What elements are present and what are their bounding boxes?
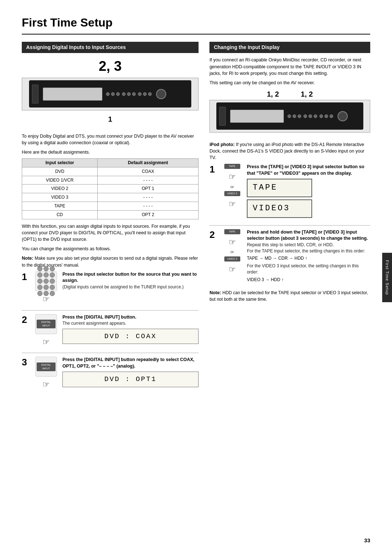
right-flow1: TAPE → MD → CDR → HDD ↑ bbox=[247, 255, 370, 262]
right-step2-icon: TAPE ☞ or VIDEO 3 ☞ bbox=[220, 229, 244, 275]
right-step-2: 2 TAPE ☞ or VIDEO 3 ☞ Press and hold dow… bbox=[209, 229, 370, 284]
left-step2-icon: DIGITAL INPUT ☞ bbox=[33, 314, 59, 348]
hand-icon-2: ☞ bbox=[42, 337, 50, 348]
right-diagram: 1, 2 1, 2 bbox=[209, 89, 370, 133]
left-column: Assigning Digital Inputs to Input Source… bbox=[22, 42, 199, 396]
left-step-2: 2 DIGITAL INPUT ☞ Press the [DIGITAL INP… bbox=[22, 314, 199, 348]
display-dvd-coax: DVD : COAX bbox=[62, 329, 199, 344]
right-intro2: This setting can only be changed on the … bbox=[209, 80, 370, 86]
page-title: First Time Setup bbox=[22, 15, 370, 35]
left-step1-num: 1 bbox=[22, 272, 30, 281]
table-row: VIDEO 2OPT 1 bbox=[22, 185, 199, 193]
step-label-1: 1 bbox=[22, 114, 199, 124]
step-label-23: 2, 3 bbox=[22, 57, 199, 76]
left-step1-content: Press the input selector button for the … bbox=[62, 271, 199, 290]
table-row: CDOPT 2 bbox=[22, 210, 199, 219]
table-row: TAPE- - - - bbox=[22, 202, 199, 210]
ipod-note: iPod photo: If you're using an iPod phot… bbox=[209, 141, 370, 161]
display-video3: VIDEO3 bbox=[247, 199, 312, 218]
right-flow2: VIDEO 3 → HDD ↑ bbox=[247, 277, 370, 283]
right-step2-num: 2 bbox=[209, 230, 217, 239]
right-step-labels: 1, 2 1, 2 bbox=[209, 89, 370, 99]
right-step1-content: Press the [TAPE] or [VIDEO 3] input sele… bbox=[247, 164, 370, 220]
right-step1-num: 1 bbox=[209, 165, 217, 174]
left-step2-num: 2 bbox=[22, 315, 30, 324]
display-tape: TAPE bbox=[247, 179, 312, 197]
right-step2-content: Press and hold down the [TAPE] or [VIDEO… bbox=[247, 229, 370, 284]
table-row: DVDCOAX bbox=[22, 167, 199, 176]
right-step2-small2: For the TAPE input selector, the setting… bbox=[247, 248, 370, 254]
left-body2: You can change the assignments as follow… bbox=[22, 246, 199, 252]
left-step3-icon: DIGITAL INPUT ☞ bbox=[33, 357, 59, 390]
left-step3-content: Press the [DIGITAL INPUT] button repeate… bbox=[62, 357, 199, 389]
page-number: 33 bbox=[364, 536, 370, 544]
right-step2-small1: Repeat this step to select MD, CDR, or H… bbox=[247, 242, 370, 248]
right-hand-icon-2b: ☞ bbox=[229, 264, 236, 275]
left-step1-icon: ☞ bbox=[33, 271, 59, 305]
right-step-1: 1 TAPE ☞ or VIDEO 3 ☞ Press the [TAPE] o… bbox=[209, 164, 370, 220]
left-intro2: Here are the default assignments. bbox=[22, 149, 199, 155]
right-hand-icon-1: ☞ bbox=[229, 171, 236, 183]
right-hand-icon-1b: ☞ bbox=[229, 199, 236, 210]
left-step2-content: Press the [DIGITAL INPUT] button. The cu… bbox=[62, 314, 199, 347]
left-step-1: 1 ☞ Press the input selec bbox=[22, 271, 199, 305]
display-dvd-opt1: DVD : OPT1 bbox=[62, 372, 199, 387]
assignments-table: Input selector Default assignment DVDCOA… bbox=[22, 158, 199, 219]
right-section-header: Changing the Input Display bbox=[209, 42, 370, 53]
table-row: VIDEO 1/VCR- - - - bbox=[22, 176, 199, 185]
table-row: VIDEO 3- - - - bbox=[22, 193, 199, 202]
left-body1: With this function, you can assign digit… bbox=[22, 223, 199, 243]
left-step3-num: 3 bbox=[22, 357, 30, 367]
left-section-header: Assigning Digital Inputs to Input Source… bbox=[22, 42, 199, 53]
sidebar-tab: First Time Setup bbox=[382, 253, 392, 302]
right-note: Note: HDD can be selected for the TAPE i… bbox=[209, 289, 370, 303]
left-step-3: 3 DIGITAL INPUT ☞ Press the [DIGITAL INP… bbox=[22, 357, 199, 390]
right-step2-small3: For the VIDEO 3 input selector, the sett… bbox=[247, 263, 370, 275]
right-column: Changing the Input Display If you connec… bbox=[209, 42, 370, 396]
left-intro1: To enjoy Dolby Digital and DTS, you must… bbox=[22, 133, 199, 146]
hand-icon-3: ☞ bbox=[42, 379, 50, 390]
right-intro1: If you connect an RI-capable Onkyo MiniD… bbox=[209, 57, 370, 76]
table-col2: Default assignment bbox=[98, 158, 199, 167]
right-step1-icon: TAPE ☞ or VIDEO 3 ☞ bbox=[220, 164, 244, 210]
right-hand-icon-2: ☞ bbox=[229, 237, 236, 248]
table-col1: Input selector bbox=[22, 158, 98, 167]
receiver-diagram-left: 2, 3 bbox=[22, 57, 199, 124]
